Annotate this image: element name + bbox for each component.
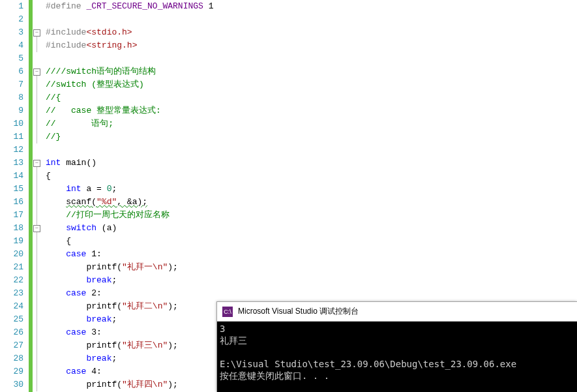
preprocessor: #include xyxy=(46,27,86,37)
function-call: printf xyxy=(86,380,117,389)
comment: //} xyxy=(46,132,61,142)
keyword: break xyxy=(86,275,111,285)
code-line[interactable]: //switch (整型表达式) xyxy=(46,78,577,91)
line-number: 12 xyxy=(0,143,23,157)
text: 4: xyxy=(86,367,101,376)
line-number: 22 xyxy=(0,274,23,287)
function-call: printf xyxy=(86,340,117,350)
code-line[interactable]: #include<string.h> xyxy=(46,39,577,52)
keyword: int xyxy=(46,158,61,168)
line-number: 20 xyxy=(0,248,23,261)
console-title-text: Microsoft Visual Studio 调试控制台 xyxy=(238,306,359,317)
code-line[interactable]: { xyxy=(46,235,577,248)
console-line: 按任意键关闭此窗口. . . xyxy=(220,370,329,381)
text: ); xyxy=(168,340,178,350)
code-line[interactable]: case 1: xyxy=(46,248,577,261)
code-line[interactable]: scanf("%d", &a); xyxy=(46,196,577,209)
console-line: E:\Visual Studio\test_23.09.06\Debug\tes… xyxy=(220,359,516,369)
fold-column: − − − − xyxy=(33,0,42,392)
brace: { xyxy=(66,236,71,246)
console-output[interactable]: 3 礼拜三 E:\Visual Studio\test_23.09.06\Deb… xyxy=(217,322,577,392)
code-line[interactable]: // 语句; xyxy=(46,117,577,130)
console-line: 3 xyxy=(220,324,225,334)
function-call: printf xyxy=(86,262,117,272)
line-number: 5 xyxy=(0,52,23,65)
text: (a) xyxy=(96,223,117,233)
keyword: break xyxy=(86,314,111,324)
text: ( xyxy=(117,380,122,389)
fold-toggle-icon[interactable]: − xyxy=(33,29,40,37)
line-number: 25 xyxy=(0,313,23,326)
line-number: 21 xyxy=(0,261,23,274)
code-line[interactable] xyxy=(46,52,577,65)
code-line[interactable]: // case 整型常量表达式: xyxy=(46,104,577,117)
text: ( xyxy=(117,301,122,311)
text: a = xyxy=(81,184,107,194)
code-line[interactable]: ////switch语句的语句结构 xyxy=(46,65,577,78)
debug-console-window[interactable]: C:\ Microsoft Visual Studio 调试控制台 3 礼拜三 … xyxy=(216,301,577,392)
comment: // case 整型常量表达式: xyxy=(46,106,161,115)
comment: ////switch语句的语句结构 xyxy=(46,67,156,76)
code-line[interactable]: int main() xyxy=(46,157,577,170)
line-number: 6 xyxy=(0,65,23,78)
line-number: 11 xyxy=(0,130,23,143)
keyword: case xyxy=(66,367,86,376)
console-titlebar[interactable]: C:\ Microsoft Visual Studio 调试控制台 xyxy=(217,302,577,322)
brace: { xyxy=(46,171,51,181)
code-line[interactable]: int a = 0; xyxy=(46,183,577,196)
line-number: 23 xyxy=(0,287,23,300)
include-path: <stdio.h> xyxy=(86,27,132,37)
text: 3: xyxy=(86,327,101,337)
text: 1 xyxy=(203,1,214,11)
line-number: 9 xyxy=(0,104,23,117)
comment: //{ xyxy=(46,93,61,102)
code-line[interactable]: //打印一周七天的对应名称 xyxy=(46,209,577,222)
fold-guide-line xyxy=(37,68,37,143)
code-line[interactable]: switch (a) xyxy=(46,222,577,235)
code-line[interactable]: #define _CRT_SECURE_NO_WARNINGS 1 xyxy=(46,0,577,13)
keyword: case xyxy=(66,288,86,298)
line-number: 15 xyxy=(0,183,23,196)
line-number: 30 xyxy=(0,378,23,391)
text: ( xyxy=(117,262,122,272)
macro-name: _CRT_SECURE_NO_WARNINGS xyxy=(86,1,203,11)
code-line[interactable]: //} xyxy=(46,130,577,143)
string-literal: "%d" xyxy=(96,197,117,207)
console-line: 礼拜三 xyxy=(220,335,247,346)
keyword: case xyxy=(66,327,86,337)
text: ); xyxy=(168,262,178,272)
code-line[interactable]: printf("礼拜一\n"); xyxy=(46,261,577,274)
code-line[interactable]: //{ xyxy=(46,91,577,104)
line-number: 4 xyxy=(0,39,23,52)
string-literal: "礼拜三\n" xyxy=(122,340,168,350)
text: , &a); xyxy=(117,197,147,207)
code-line[interactable] xyxy=(46,143,577,157)
keyword: switch xyxy=(66,223,96,233)
fold-toggle-icon[interactable]: − xyxy=(33,68,40,76)
line-number: 26 xyxy=(0,326,23,339)
text: 1: xyxy=(86,249,101,259)
keyword: case xyxy=(66,249,86,259)
code-line[interactable]: { xyxy=(46,170,577,183)
text: ( xyxy=(91,197,96,207)
fold-toggle-icon[interactable]: − xyxy=(33,225,40,232)
text: ; xyxy=(111,354,117,363)
function-call: printf xyxy=(86,301,117,311)
fold-guide-line xyxy=(37,160,37,391)
console-app-icon: C:\ xyxy=(222,307,233,317)
line-number: 3 xyxy=(0,26,23,39)
string-literal: "礼拜四\n" xyxy=(122,380,168,389)
line-number-gutter: 1 2 3 4 5 6 7 8 9 10 11 12 13 14 15 16 1… xyxy=(0,0,29,392)
comment: // 语句; xyxy=(46,119,113,128)
fold-toggle-icon[interactable]: − xyxy=(33,160,40,167)
code-line[interactable]: case 2: xyxy=(46,287,577,300)
code-line[interactable]: #include<stdio.h> xyxy=(46,26,577,39)
line-number: 7 xyxy=(0,78,23,91)
preprocessor: #include xyxy=(46,40,86,50)
line-number: 2 xyxy=(0,13,23,26)
line-number: 19 xyxy=(0,235,23,248)
string-literal: "礼拜二\n" xyxy=(122,301,168,311)
code-line[interactable]: break; xyxy=(46,274,577,287)
code-line[interactable] xyxy=(46,13,577,26)
text: ( xyxy=(117,340,122,350)
